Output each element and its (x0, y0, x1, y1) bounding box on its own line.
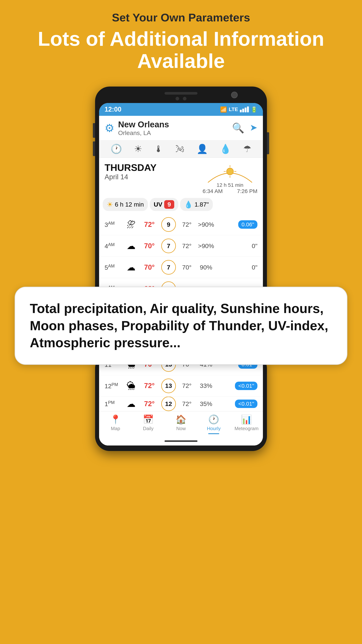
navigation-icon[interactable]: ➤ (250, 122, 257, 134)
humidity-value: 33% (196, 382, 216, 389)
hour-label: 3AM (105, 221, 123, 228)
uv-circle: 13 (161, 378, 176, 393)
humidity-value: >90% (196, 221, 216, 228)
precip-value: 0" (216, 264, 257, 271)
dew-value: 72° (178, 242, 196, 250)
tab-person[interactable]: 👤 (197, 144, 208, 154)
sunshine-stat: ☀ 6 h 12 min (103, 198, 148, 211)
nav-item-now[interactable]: 🏠 Now (165, 414, 197, 434)
phone-power-button (267, 132, 269, 154)
bottom-nav: 📍 Map 📅 Daily 🏠 Now 🕐 Hourly (99, 411, 263, 438)
day-info: THURSDAY April 14 (105, 162, 203, 181)
phone-device: 12:00 📶 LTE 🔋 (95, 86, 267, 305)
phone-device-bottom: 11AM 🌦 70° 13 70° 41% 0.01" 12PM 🌦 (95, 354, 267, 451)
phone-volume-up-button (93, 123, 95, 138)
calendar-icon: 📅 (143, 414, 154, 425)
nav-label-now: Now (176, 426, 186, 432)
home-indicator (165, 440, 197, 442)
header-title: Lots of Additional Information Available (15, 28, 347, 72)
humidity-value: >90% (196, 242, 216, 250)
humidity-value: 90% (196, 264, 216, 271)
precip-value: <0.01" (216, 382, 257, 390)
nav-item-meteogram[interactable]: 📊 Meteogram (230, 414, 263, 434)
sunrise-time: 6:34 AM (203, 188, 223, 194)
tab-humidity[interactable]: 💧 (220, 144, 231, 154)
hour-label: 4AM (105, 242, 123, 250)
weather-icons-row: 🕐 ☀ 🌡 🌬 👤 💧 ☂ (99, 140, 263, 158)
day-name: THURSDAY (105, 162, 203, 173)
weather-icon: ⛈ (123, 220, 139, 230)
precip-value: 0" (216, 242, 257, 250)
temp-value: 70° (139, 242, 159, 250)
nav-item-daily[interactable]: 📅 Daily (132, 414, 165, 434)
weather-icon: ☁ (123, 262, 139, 272)
location-city: New Orleans (118, 120, 169, 129)
tab-sun[interactable]: ☀ (134, 144, 142, 154)
uv-stat: UV 9 (150, 198, 178, 211)
precip-value: <0.01" (216, 400, 257, 408)
status-icons: 📶 LTE 🔋 (220, 106, 257, 113)
wifi-icon: 📶 (220, 106, 227, 113)
nav-item-map[interactable]: 📍 Map (99, 414, 132, 434)
precip-badge: 0.06" (238, 220, 257, 229)
nav-label-daily: Daily (143, 426, 154, 432)
main-container: Set Your Own Parameters Lots of Addition… (0, 0, 362, 451)
temp-value: 72° (139, 400, 159, 408)
signal-bars (240, 106, 249, 112)
dew-value: 72° (178, 221, 196, 228)
dew-value: 72° (178, 382, 196, 389)
lte-label: LTE (229, 106, 238, 112)
hourly-row: 5AM ☁ 70° 7 70° 90% 0" (99, 257, 263, 278)
uv-circle: 12 (161, 397, 176, 411)
sun-arc-area: 12 h 51 min 6:34 AM 7:26 PM (203, 162, 257, 194)
humidity-value: 35% (196, 400, 216, 408)
day-date: April 14 (105, 173, 203, 181)
status-bar: 12:00 📶 LTE 🔋 (99, 103, 263, 116)
uv-value: 9 (164, 200, 174, 209)
nav-label-map: Map (111, 426, 120, 432)
clock-icon: 🕐 (208, 414, 219, 425)
weather-icon: ☁ (123, 241, 139, 251)
sun-arc (203, 162, 257, 186)
nav-label-hourly: Hourly (207, 426, 221, 432)
hour-label: 5AM (105, 264, 123, 271)
nav-item-hourly[interactable]: 🕐 Hourly (197, 414, 230, 434)
signal-bar-1 (240, 110, 242, 112)
uv-circle: 7 (161, 260, 176, 274)
app-header-left: ⚙ New Orleans Orleans, LA (105, 120, 169, 136)
settings-icon[interactable]: ⚙ (105, 122, 114, 134)
header-area: Set Your Own Parameters Lots of Addition… (0, 0, 362, 79)
temp-value: 70° (139, 264, 159, 271)
dew-value: 72° (178, 400, 196, 408)
hourly-row: 1PM ☁ 72° 12 72° 35% <0.01" (99, 397, 263, 411)
rain-stat: 💧 1.87" (180, 198, 213, 211)
phone-screen: 12:00 📶 LTE 🔋 (99, 103, 263, 300)
app-header-right: 🔍 ➤ (232, 122, 257, 134)
signal-bar-4 (247, 106, 249, 112)
stats-row: ☀ 6 h 12 min UV 9 💧 1.87" (99, 196, 263, 214)
rain-value: 1.87" (195, 201, 209, 208)
weather-icon: 🌦 (123, 381, 139, 391)
chart-icon: 📊 (241, 414, 252, 425)
tab-wind[interactable]: 🌬 (175, 144, 184, 154)
info-bubble: Total precipitation, Air quality, Sunshi… (15, 287, 347, 365)
home-icon: 🏠 (176, 414, 186, 425)
tab-thermometer[interactable]: 🌡 (154, 144, 163, 154)
tab-umbrella[interactable]: ☂ (243, 144, 251, 154)
precip-value: 0.06" (216, 220, 257, 229)
uv-label: UV (154, 201, 162, 208)
phone-screen-bottom: 11AM 🌦 70° 13 70° 41% 0.01" 12PM 🌦 (99, 354, 263, 446)
tab-clock[interactable]: 🕐 (111, 144, 122, 154)
hourly-row: 12PM 🌦 72° 13 72° 33% <0.01" (99, 375, 263, 397)
search-icon[interactable]: 🔍 (232, 122, 244, 134)
info-bubble-text: Total precipitation, Air quality, Sunshi… (30, 300, 332, 352)
sun-icon: ☀ (107, 200, 113, 208)
dew-value: 70° (178, 264, 196, 271)
day-summary: THURSDAY April 14 (99, 158, 263, 196)
rain-icon: 💧 (184, 200, 193, 208)
signal-bar-2 (242, 109, 244, 112)
weather-icon: ☁ (123, 399, 139, 409)
precip-badge: <0.01" (235, 382, 257, 390)
hourly-row: 3AM ⛈ 72° 9 72° >90% 0.06" (99, 214, 263, 235)
phone-bottom-wrapper: 11AM 🌦 70° 13 70° 41% 0.01" 12PM 🌦 (0, 354, 362, 451)
